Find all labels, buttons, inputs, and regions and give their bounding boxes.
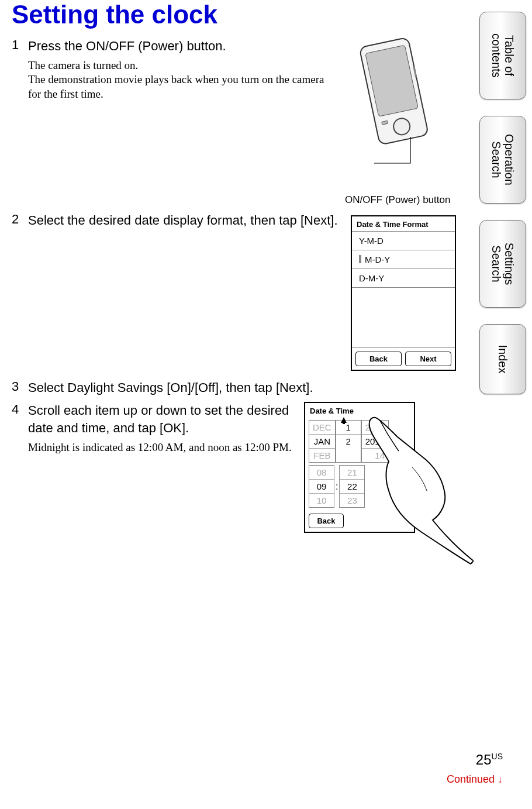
hour-next: 10 — [309, 494, 334, 507]
format-option-ymd[interactable]: Y-M-D — [352, 231, 455, 250]
format-option-dmy[interactable]: D-M-Y — [352, 268, 455, 288]
day-1: 1 — [336, 421, 361, 435]
camera-caption: ON/OFF (Power) button — [345, 194, 456, 206]
month-cur: JAN — [309, 434, 335, 449]
year-prev: 2012 — [362, 421, 388, 434]
month-roller[interactable]: DEC JAN FEB — [309, 420, 336, 463]
format-option-ymd-label: Y-M-D — [359, 236, 384, 246]
page-suffix: US — [492, 752, 503, 761]
page-title: Setting the clock — [12, 0, 456, 29]
up-arrow-icon — [341, 417, 347, 424]
step-1-desc-a: The camera is turned on. — [28, 58, 333, 73]
step-3-title: Select Daylight Savings [On]/[Off], then… — [28, 379, 456, 397]
day-2: 2 — [336, 435, 361, 448]
year-cur: 2013 — [362, 434, 388, 449]
step-1-number: 1 — [12, 37, 22, 102]
time-colon: : — [334, 465, 339, 508]
step-2-number: 2 — [12, 212, 22, 229]
min-cur: 22 — [340, 479, 364, 494]
date-time-screen: Date & Time DEC JAN FEB 1 2 — [304, 402, 415, 533]
month-next: FEB — [309, 449, 335, 462]
step-1-desc-b: The demonstration movie plays back when … — [28, 73, 333, 101]
format-option-mdy[interactable]: M-D-Y — [352, 250, 455, 268]
format-option-mdy-label: M-D-Y — [365, 254, 390, 264]
step-4-desc: Midnight is indicated as 12:00 AM, and n… — [28, 440, 292, 455]
step-4-number: 4 — [12, 402, 22, 455]
hour-prev: 08 — [309, 466, 334, 479]
step-2-title: Select the desired date display format, … — [28, 212, 339, 229]
step-4-title: Scroll each item up or down to set the d… — [28, 402, 292, 436]
hour-roller[interactable]: 08 09 10 — [309, 465, 334, 508]
back-button-2[interactable]: Back — [309, 514, 344, 528]
min-next: 23 — [340, 494, 364, 507]
date-format-screen: Date & Time Format Y-M-D M-D-Y D-M-Y Bac… — [351, 215, 456, 371]
camera-illustration — [345, 37, 438, 190]
date-rollers[interactable]: DEC JAN FEB 1 2 2012 2013 — [309, 420, 410, 463]
page-number: 25US — [476, 752, 503, 768]
next-button[interactable]: Next — [405, 352, 451, 366]
min-prev: 21 — [340, 466, 364, 479]
step-1-title: Press the ON/OFF (Power) button. — [28, 37, 333, 55]
hour-cur: 09 — [309, 479, 334, 494]
screen1-header: Date & Time Format — [352, 216, 455, 231]
screen2-header: Date & Time — [305, 403, 414, 416]
month-prev: DEC — [309, 421, 335, 434]
minute-roller[interactable]: 21 22 23 — [339, 465, 365, 508]
day-roller[interactable]: 1 2 — [336, 420, 361, 463]
format-option-dmy-label: D-M-Y — [359, 273, 384, 283]
year-next: 14 — [362, 449, 388, 462]
continued-indicator: Continued ↓ — [447, 773, 503, 786]
time-rollers[interactable]: 08 09 10 : 21 22 23 — [309, 465, 410, 508]
back-button[interactable]: Back — [355, 352, 402, 366]
step-3-number: 3 — [12, 379, 22, 397]
year-roller[interactable]: 2012 2013 14 — [361, 420, 389, 463]
